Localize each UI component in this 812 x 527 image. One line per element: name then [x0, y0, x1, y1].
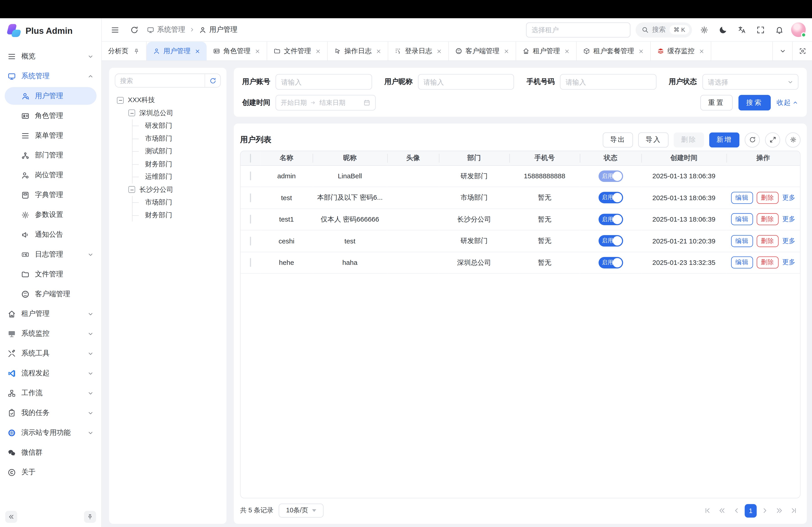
content-fullscreen-icon[interactable] — [792, 42, 812, 60]
tree-node[interactable]: 财务部门 — [115, 158, 221, 171]
tab-close-icon[interactable] — [436, 48, 442, 54]
delete-button[interactable]: 删除 — [757, 235, 779, 247]
sidebar-item[interactable]: 菜单管理 — [0, 125, 101, 146]
status-toggle[interactable]: 启用 — [598, 170, 623, 182]
tab[interactable]: 分析页 — [102, 42, 147, 60]
sidebar-pin-button[interactable] — [84, 511, 96, 523]
date-range-input[interactable]: 开始日期 结束日期 — [276, 95, 376, 110]
more-button[interactable]: 更多 — [782, 258, 795, 267]
tree-node[interactable]: 市场部门 — [115, 132, 221, 145]
sidebar-item[interactable]: 客户端管理 — [0, 284, 101, 304]
row-checkbox[interactable] — [250, 215, 251, 224]
refresh-icon[interactable] — [128, 23, 141, 36]
sidebar-item[interactable]: 租户管理 — [0, 304, 101, 324]
tree-node[interactable]: 财务部门 — [115, 209, 221, 222]
tab-close-icon[interactable] — [255, 48, 260, 54]
tab[interactable]: 用户管理 — [147, 42, 207, 60]
tenant-select-input[interactable] — [526, 22, 630, 37]
dark-mode-moon-icon[interactable] — [716, 23, 729, 36]
status-toggle[interactable]: 启用 — [598, 235, 623, 247]
tab[interactable]: 租户管理 — [516, 42, 577, 60]
more-button[interactable]: 更多 — [782, 215, 795, 224]
notification-bell-icon[interactable] — [772, 23, 786, 36]
sidebar-item[interactable]: 文件管理 — [0, 264, 101, 284]
sidebar-item[interactable]: 通知公告 — [0, 225, 101, 244]
tab[interactable]: 缓存监控 — [651, 42, 711, 60]
filter-input[interactable] — [418, 78, 513, 86]
add-button[interactable]: 新增 — [709, 132, 739, 147]
delete-button[interactable]: 删除 — [674, 132, 704, 147]
sidebar-collapse-button[interactable] — [5, 511, 17, 523]
tab[interactable]: 操作日志 — [328, 42, 388, 60]
tree-refresh-icon[interactable] — [205, 74, 220, 87]
sidebar-item[interactable]: 概览 — [0, 46, 101, 66]
sidebar-item[interactable]: 用户管理 — [5, 87, 97, 105]
first-page-button[interactable] — [701, 504, 714, 517]
search-button[interactable]: 搜索 — [738, 95, 771, 110]
tab[interactable]: 客户端管理 — [449, 42, 516, 60]
tabs-dropdown-chevron-icon[interactable] — [772, 42, 792, 60]
tree-node[interactable]: 研发部门 — [115, 119, 221, 132]
filter-input[interactable] — [561, 78, 656, 86]
settings-gear-icon[interactable] — [697, 23, 711, 36]
current-page-button[interactable]: 1 — [745, 504, 757, 517]
sidebar-item[interactable]: 岗位管理 — [0, 165, 101, 185]
filter-input[interactable] — [702, 78, 798, 86]
tab[interactable]: 登录日志 — [388, 42, 449, 60]
delete-button[interactable]: 删除 — [757, 257, 779, 269]
tree-search-input[interactable] — [115, 77, 205, 84]
row-checkbox[interactable] — [250, 258, 251, 267]
table-expand-icon[interactable] — [765, 132, 780, 147]
tab-close-icon[interactable] — [699, 48, 705, 54]
user-avatar[interactable] — [791, 22, 806, 37]
sidebar-item[interactable]: 微信群 — [0, 442, 101, 462]
sidebar-item[interactable]: 日志管理 — [0, 244, 101, 265]
collapse-filters-link[interactable]: 收起 — [777, 98, 798, 107]
sidebar-item[interactable]: 字典管理 — [0, 185, 101, 205]
tab-close-icon[interactable] — [195, 48, 200, 54]
sidebar-item[interactable]: 参数设置 — [0, 205, 101, 225]
global-search[interactable]: 搜索 ⌘ K — [635, 22, 692, 37]
export-button[interactable]: 导出 — [603, 132, 633, 147]
next-page-button[interactable] — [758, 504, 771, 517]
tab-close-icon[interactable] — [315, 48, 321, 54]
sidebar-item[interactable]: 演示站专用功能 — [0, 423, 101, 442]
row-checkbox[interactable] — [250, 193, 251, 202]
tree-node[interactable]: 测试部门 — [115, 145, 221, 158]
row-checkbox[interactable] — [250, 171, 251, 180]
sidebar-item[interactable]: 角色管理 — [0, 106, 101, 125]
sidebar-item[interactable]: 我的任务 — [0, 403, 101, 423]
tab[interactable]: 文件管理 — [267, 42, 328, 60]
last-page-button[interactable] — [787, 504, 800, 517]
status-toggle[interactable]: 启用 — [598, 192, 623, 204]
delete-button[interactable]: 删除 — [757, 192, 779, 204]
logo[interactable]: Plus Admin — [0, 18, 101, 43]
tree-node[interactable]: 深圳总公司 — [115, 107, 221, 119]
table-refresh-icon[interactable] — [745, 132, 760, 147]
tree-expander-icon[interactable] — [128, 186, 135, 193]
edit-button[interactable]: 编辑 — [731, 213, 753, 225]
more-button[interactable]: 更多 — [782, 193, 795, 202]
more-button[interactable]: 更多 — [782, 237, 795, 245]
sidebar-item[interactable]: 系统工具 — [0, 344, 101, 363]
sidebar-item[interactable]: 系统管理 — [0, 66, 101, 86]
tab[interactable]: 角色管理 — [207, 42, 267, 60]
sidebar-item[interactable]: 部门管理 — [0, 146, 101, 165]
edit-button[interactable]: 编辑 — [731, 257, 753, 269]
row-checkbox[interactable] — [250, 237, 251, 245]
prev-pages-button[interactable] — [715, 504, 728, 517]
tree-expander-icon[interactable] — [128, 109, 135, 116]
sidebar-item[interactable]: 系统监控 — [0, 324, 101, 344]
edit-button[interactable]: 编辑 — [731, 235, 753, 247]
sidebar-item[interactable]: 关于 — [0, 462, 101, 482]
status-toggle[interactable]: 启用 — [598, 214, 623, 225]
fullscreen-icon[interactable] — [754, 23, 767, 36]
tree-node[interactable]: XXX科技 — [115, 94, 221, 107]
breadcrumb-root[interactable]: 系统管理 — [147, 25, 185, 34]
import-button[interactable]: 导入 — [638, 132, 669, 147]
sidebar-item[interactable]: 工作流 — [0, 383, 101, 403]
tab-close-icon[interactable] — [638, 48, 644, 54]
prev-page-button[interactable] — [730, 504, 743, 517]
status-toggle[interactable]: 启用 — [598, 257, 623, 269]
table-settings-gear-icon[interactable] — [785, 132, 800, 147]
